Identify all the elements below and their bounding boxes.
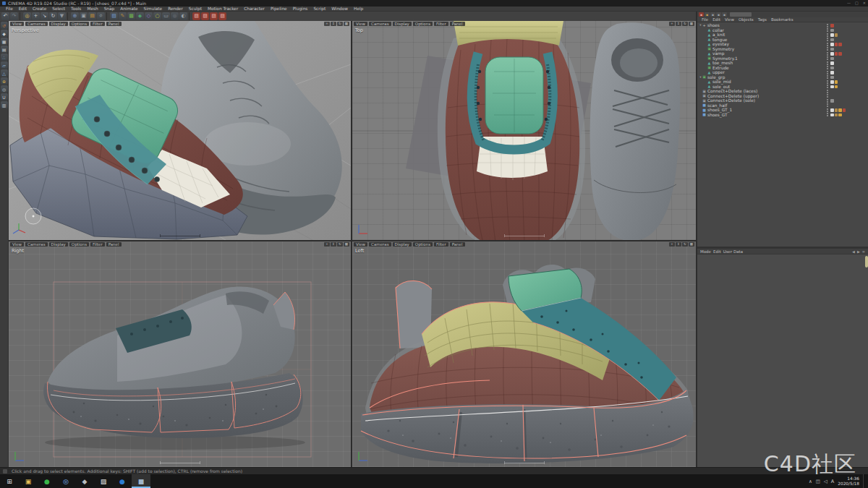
tag-bw[interactable] (830, 80, 834, 84)
tag-bw[interactable] (830, 52, 834, 56)
tag-tex[interactable] (835, 52, 838, 56)
tag-tex[interactable] (838, 43, 842, 46)
notification-button[interactable] (863, 474, 867, 488)
toggle-view-icon[interactable]: ▦ (344, 22, 349, 26)
viewport-left[interactable]: ViewCamerasDisplayOptionsFilterPanel +↕↻… (352, 241, 696, 467)
am-menu-mode[interactable]: Mode (700, 249, 711, 254)
visibility-dots[interactable] (827, 113, 828, 116)
menu-character[interactable]: Character (241, 7, 268, 12)
viewport-menu-view[interactable]: View (354, 22, 367, 26)
toolbar-icon-material[interactable]: ● (171, 12, 179, 20)
toggle-view-icon[interactable]: ▦ (689, 242, 694, 247)
taskbar-app-file-explorer[interactable]: ▣ (19, 474, 38, 488)
viewport-menu-cameras[interactable]: Cameras (25, 242, 47, 247)
menu-window[interactable]: Window (328, 7, 351, 12)
menu-render[interactable]: Render (165, 7, 186, 12)
tag-phong[interactable] (830, 38, 834, 42)
tool-icon-workplane-mode[interactable]: ▤ (1, 46, 8, 53)
toolbar-icon-camera[interactable]: ▭ (162, 12, 170, 20)
tag-sel[interactable] (835, 80, 838, 84)
toolbar-icon-redo[interactable]: ↷ (10, 12, 18, 20)
menu-file[interactable]: File (3, 7, 16, 12)
toolbar-icon-live-selection[interactable]: ◎ (23, 12, 31, 20)
menu-animate[interactable]: Animate (117, 7, 140, 12)
viewport-perspective[interactable]: ViewCamerasDisplayOptionsFilterPanel +↕↻… (9, 21, 351, 240)
panel-icon-layout[interactable]: ▪ (699, 12, 704, 17)
zoom-icon[interactable]: ↕ (676, 22, 681, 26)
tool-icon-convert-tool[interactable]: ↺ (1, 22, 8, 29)
visibility-dots[interactable] (827, 108, 828, 112)
panel-icon-2[interactable]: ▪ (705, 12, 710, 17)
zoom-icon[interactable]: ↕ (676, 242, 681, 247)
toggle-view-icon[interactable]: ▦ (689, 22, 694, 26)
viewport-menu-filter[interactable]: Filter (90, 242, 105, 247)
tag-bw[interactable] (830, 108, 834, 112)
tag-tex[interactable] (830, 24, 834, 27)
viewport-top[interactable]: ViewCamerasDisplayOptionsFilterPanel +↕↻… (352, 21, 696, 240)
menu-help[interactable]: Help (351, 7, 366, 12)
toolbar-icon-render-view[interactable]: ▣ (80, 12, 88, 20)
tool-icon-edges-mode[interactable]: ▱ (1, 61, 8, 69)
scrollbar-handle[interactable] (865, 256, 868, 267)
am-menu-user-data[interactable]: User Data (723, 249, 743, 254)
panel-icon-4[interactable]: ▪ (716, 12, 721, 17)
zoom-icon[interactable]: ↕ (331, 242, 336, 247)
layout-preset-button[interactable] (730, 12, 752, 17)
viewport-menu-options[interactable]: Options (69, 242, 89, 247)
toolbar-icon-red-tool-4[interactable]: ▨ (218, 12, 226, 20)
toolbar-icon-coordinate-system[interactable]: ⊕ (71, 12, 79, 20)
visibility-dots[interactable] (827, 47, 828, 51)
tag-tex[interactable] (838, 52, 842, 56)
panel-icon-3[interactable]: ▪ (710, 12, 715, 17)
rotate-icon[interactable]: ↻ (682, 242, 688, 247)
toolbar-icon-red-tool-1[interactable]: ▨ (192, 12, 200, 20)
menu-sculpt[interactable]: Sculpt (186, 7, 205, 12)
zoom-icon[interactable]: ↕ (331, 22, 336, 26)
tag-tex[interactable] (843, 108, 846, 112)
viewport-right[interactable]: ViewCamerasDisplayOptionsFilterPanel +↕↻… (9, 241, 351, 467)
menu-create[interactable]: Create (30, 7, 49, 12)
om-menu-objects[interactable]: Objects (737, 17, 755, 22)
toggle-view-icon[interactable]: ▦ (344, 242, 349, 247)
tag-uvw[interactable] (835, 108, 838, 112)
toolbar-icon-render-picture-viewer[interactable]: ▤ (88, 12, 96, 20)
om-menu-view[interactable]: View (723, 17, 736, 22)
taskbar-app-dark-app[interactable]: ◆ (75, 474, 94, 488)
visibility-dots[interactable] (827, 33, 828, 37)
visibility-dots[interactable] (827, 56, 828, 60)
viewport-menu-cameras[interactable]: Cameras (25, 22, 47, 26)
tag-uvw[interactable] (835, 114, 838, 117)
tool-icon-model-mode[interactable]: ◆ (1, 30, 8, 37)
viewport-menu-panel[interactable]: Panel (106, 22, 122, 26)
viewport-menu-cameras[interactable]: Cameras (369, 242, 391, 247)
menu-simulate[interactable]: Simulate (141, 7, 166, 12)
viewport-menu-display[interactable]: Display (49, 22, 68, 26)
visibility-dots[interactable] (827, 52, 828, 56)
tag-phong[interactable] (830, 76, 834, 80)
visibility-dots[interactable] (827, 61, 828, 65)
menu-edit[interactable]: Edit (16, 7, 30, 12)
tag-phong[interactable] (830, 29, 834, 33)
taskbar-app-cinema4d[interactable]: ■ (132, 474, 150, 488)
toolbar-icon-red-tool-3[interactable]: ▨ (210, 12, 218, 20)
visibility-dots[interactable] (827, 66, 828, 69)
tool-icon-points-mode[interactable]: ∴ (1, 53, 8, 61)
taskbar-app-messenger-green[interactable]: ● (38, 474, 56, 488)
toolbar-icon-last-tool[interactable]: ▼ (58, 12, 66, 20)
viewport-menu-view[interactable]: View (10, 22, 24, 26)
visibility-dots[interactable] (827, 85, 828, 88)
window-button-[interactable]: — (847, 0, 851, 7)
visibility-dots[interactable] (827, 103, 828, 107)
tool-icon-viewport-solo[interactable]: ◎ (1, 85, 8, 93)
tag-bw[interactable] (830, 43, 834, 46)
am-nav-icon[interactable]: ◀ (852, 249, 855, 254)
visibility-dots[interactable] (827, 43, 828, 46)
am-nav-icon[interactable]: ▶ (857, 249, 860, 254)
pan-icon[interactable]: + (669, 242, 675, 247)
tag-uvw[interactable] (835, 33, 838, 37)
tag-tex[interactable] (835, 43, 838, 46)
viewport-menu-options[interactable]: Options (69, 22, 89, 26)
visibility-dots[interactable] (827, 94, 828, 98)
rotate-icon[interactable]: ↻ (682, 22, 688, 26)
toolbar-icon-generator[interactable]: ▩ (127, 12, 135, 20)
